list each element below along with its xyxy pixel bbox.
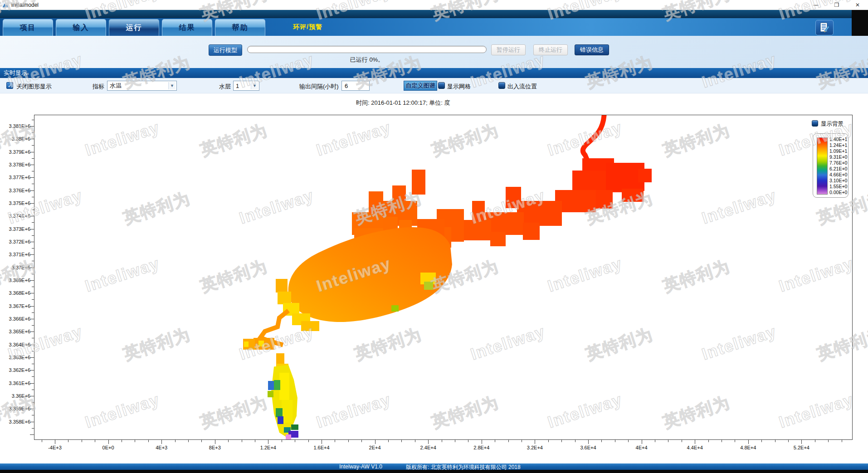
menu-tab-row: 项目 输入 运行 结果 帮助 环评/预警 xyxy=(0,18,868,36)
indicator-value: 水温 xyxy=(110,82,122,90)
error-info-button[interactable]: 错误信息 xyxy=(575,44,609,55)
stop-run-button[interactable]: 终止运行 xyxy=(533,44,568,55)
progress-bar xyxy=(247,46,487,53)
chevron-down-icon: ▼ xyxy=(251,82,258,89)
window-bottom-edge xyxy=(0,470,868,473)
application-window: initialmodel — ❐ ✕ 项目 输入 运行 结果 帮助 环评/预警 xyxy=(0,0,868,473)
color-legend: 1.40E+11.24E+11.09E+19.31E+07.76E+06.21E… xyxy=(813,133,848,198)
show-background-label: 显示背景 xyxy=(821,120,844,128)
close-graph-checkbox[interactable]: ✓ xyxy=(6,82,13,89)
legend-color-bar xyxy=(817,137,828,195)
custom-spectrum-button[interactable]: 自定义图谱 xyxy=(404,81,437,91)
close-graph-label: 关闭图形显示 xyxy=(16,83,52,91)
realtime-controls: ✓ 关闭图形显示 指标 水温 ▼ 水层 1 ▼ 输出间隔(小时) 6 自定义图谱… xyxy=(0,78,868,93)
ribbon-top-strip xyxy=(0,10,868,18)
indicator-select[interactable]: 水温 ▼ xyxy=(107,81,177,91)
tab-run[interactable]: 运行 xyxy=(109,19,159,36)
minimize-button[interactable]: — xyxy=(805,0,826,10)
layer-value: 1 xyxy=(236,83,239,89)
run-toolbar: 运行模型 已运行 0%。 暂停运行 终止运行 错误信息 xyxy=(0,36,868,68)
title-bar: initialmodel — ❐ ✕ xyxy=(0,0,868,10)
chevron-down-icon: ▼ xyxy=(168,82,176,89)
tab-help[interactable]: 帮助 xyxy=(215,19,265,36)
pause-run-button[interactable]: 暂停运行 xyxy=(491,44,526,55)
progress-status-text: 已运行 0%。 xyxy=(247,56,487,64)
tab-results[interactable]: 结果 xyxy=(162,19,212,36)
water-temperature-map xyxy=(34,115,852,439)
time-unit-label: 时间: 2016-01-01 12:00:17; 单位: 度 xyxy=(356,99,450,107)
layer-label: 水层 xyxy=(219,83,231,91)
interval-label: 输出间隔(小时) xyxy=(299,83,339,91)
inout-flow-label: 出入流位置 xyxy=(507,83,537,91)
inout-flow-checkbox[interactable] xyxy=(498,82,505,89)
show-grid-label: 显示网格 xyxy=(447,83,471,91)
run-model-button[interactable]: 运行模型 xyxy=(209,44,242,56)
tab-project[interactable]: 项目 xyxy=(3,19,53,36)
show-background-checkbox[interactable] xyxy=(812,120,818,127)
app-version: Intelway-AW V1.0 xyxy=(339,463,382,470)
window-title: initialmodel xyxy=(11,2,39,8)
realtime-display-header: 实时显示 xyxy=(0,68,868,78)
tab-input[interactable]: 输入 xyxy=(56,19,106,36)
status-bar: Intelway-AW V1.0 版权所有: 北京英特利为环境科技有限公司 20… xyxy=(0,463,868,470)
restore-button[interactable]: ❐ xyxy=(826,0,847,10)
plot-canvas: 显示背景 1.40E+11.24E+11.09E+19.31E+07.76E+0… xyxy=(34,115,853,440)
interval-input[interactable]: 6 xyxy=(341,81,370,91)
document-edit-icon[interactable] xyxy=(815,20,834,35)
tab-eia-warning[interactable]: 环评/预警 xyxy=(293,23,322,31)
close-button[interactable]: ✕ xyxy=(847,0,868,10)
plot-content-area: 时间: 2016-01-01 12:00:17; 单位: 度 xyxy=(0,93,868,463)
layer-select[interactable]: 1 ▼ xyxy=(233,81,259,91)
app-icon xyxy=(2,2,9,8)
show-grid-checkbox[interactable] xyxy=(438,82,445,89)
legend-value-labels: 1.40E+11.24E+11.09E+19.31E+07.76E+06.21E… xyxy=(829,137,848,195)
indicator-label: 指标 xyxy=(93,83,104,91)
